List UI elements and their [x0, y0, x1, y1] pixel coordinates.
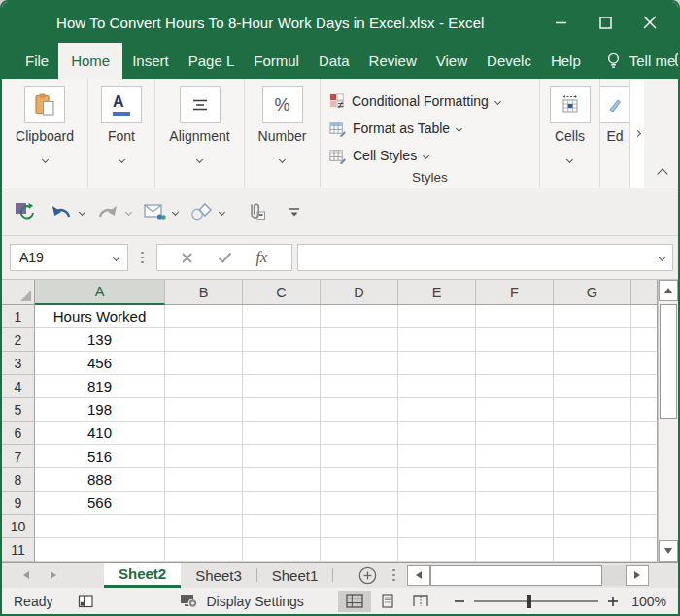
tab-page-layout[interactable]: Page L — [179, 43, 245, 79]
close-button[interactable] — [628, 3, 672, 42]
sheet-tab-sheet1[interactable]: Sheet1 — [257, 563, 333, 588]
column-header-g[interactable]: G — [554, 280, 631, 305]
column-header-f[interactable]: F — [476, 280, 554, 305]
row-header-6[interactable]: 6 — [2, 422, 35, 445]
scroll-right-button[interactable] — [626, 565, 649, 586]
cell-c9[interactable] — [243, 492, 321, 515]
cell-d2[interactable] — [321, 328, 398, 352]
cancel-button[interactable] — [181, 252, 193, 264]
column-header-a[interactable]: A — [35, 280, 165, 305]
cell-g5[interactable] — [554, 398, 631, 422]
insert-function-button[interactable]: fx — [256, 249, 268, 266]
cell-c4[interactable] — [243, 375, 321, 398]
email-button[interactable] — [142, 199, 167, 224]
cell-c8[interactable] — [243, 468, 321, 492]
row-header-1[interactable]: 1 — [2, 305, 35, 328]
cell-d7[interactable] — [321, 445, 398, 468]
redo-button[interactable] — [95, 199, 120, 224]
row-header-7[interactable]: 7 — [2, 445, 35, 468]
zoom-out-button[interactable] — [449, 591, 470, 612]
display-settings-button[interactable]: Display Settings — [180, 593, 303, 609]
cell-a8[interactable]: 888 — [35, 468, 165, 492]
cell-a11[interactable] — [35, 538, 165, 562]
tab-help[interactable]: Help — [541, 43, 591, 79]
formula-bar-resize-handle[interactable] — [141, 252, 144, 264]
undo-dropdown[interactable] — [74, 210, 89, 215]
cell-d4[interactable] — [321, 375, 398, 398]
tab-bar-resize-handle[interactable] — [392, 569, 395, 582]
cell-c7[interactable] — [243, 445, 321, 468]
row-header-8[interactable]: 8 — [2, 468, 35, 492]
cell-c3[interactable] — [243, 352, 321, 375]
cell-g3[interactable] — [554, 352, 631, 375]
cell-f10[interactable] — [476, 515, 554, 538]
cell-c2[interactable] — [243, 328, 321, 352]
zoom-slider[interactable] — [474, 595, 598, 608]
cell-f6[interactable] — [476, 422, 554, 445]
row-header-11[interactable]: 11 — [2, 538, 35, 562]
row-header-4[interactable]: 4 — [2, 375, 35, 398]
tab-developer[interactable]: Develc — [477, 43, 541, 79]
cell-b7[interactable] — [165, 445, 243, 468]
formula-input[interactable] — [297, 244, 674, 271]
shapes-dropdown[interactable] — [214, 210, 229, 215]
tab-view[interactable]: View — [426, 43, 477, 79]
cell-h6-partial[interactable] — [631, 422, 658, 445]
column-header-c[interactable]: C — [243, 280, 321, 305]
zoom-level[interactable]: 100% — [624, 594, 666, 609]
zoom-in-button[interactable] — [602, 591, 624, 612]
cell-c1[interactable] — [243, 305, 321, 328]
cell-b1[interactable] — [165, 305, 243, 328]
page-break-view-button[interactable] — [404, 591, 437, 612]
zoom-slider-track[interactable] — [474, 600, 598, 602]
cell-d11[interactable] — [321, 538, 398, 562]
cell-a7[interactable]: 516 — [35, 445, 165, 468]
sheet-tab-sheet3[interactable]: Sheet3 — [181, 563, 256, 588]
cell-f4[interactable] — [476, 375, 554, 398]
column-header-partial[interactable] — [631, 280, 658, 305]
vertical-scroll-thumb[interactable] — [660, 304, 677, 419]
cell-b3[interactable] — [165, 352, 243, 375]
cell-a4[interactable]: 819 — [35, 375, 165, 398]
zoom-slider-thumb[interactable] — [527, 595, 531, 608]
tab-review[interactable]: Review — [359, 43, 426, 79]
alignment-group-button[interactable] — [180, 86, 221, 123]
comments-button[interactable] — [675, 43, 680, 79]
cell-e2[interactable] — [398, 328, 476, 352]
cell-g7[interactable] — [554, 445, 631, 468]
cell-b9[interactable] — [165, 492, 243, 515]
shapes-button[interactable] — [188, 199, 214, 224]
customize-toolbar-button[interactable] — [282, 199, 307, 224]
cell-g9[interactable] — [554, 492, 631, 515]
cell-e11[interactable] — [398, 538, 476, 562]
cell-b6[interactable] — [165, 422, 243, 445]
cells-group-expand[interactable] — [567, 149, 572, 166]
cell-f8[interactable] — [476, 468, 554, 492]
row-header-10[interactable]: 10 — [2, 515, 35, 538]
macro-record-button[interactable] — [78, 594, 94, 609]
cell-b10[interactable] — [165, 515, 243, 538]
select-all-button[interactable] — [2, 280, 35, 305]
horizontal-scroll-thumb[interactable] — [430, 565, 602, 586]
horizontal-scrollbar[interactable] — [407, 565, 649, 586]
ribbon-scroll-right-button[interactable] — [629, 79, 644, 188]
cell-a5[interactable]: 198 — [35, 398, 165, 422]
clipboard-group-button[interactable] — [24, 86, 65, 123]
cell-d1[interactable] — [321, 305, 398, 328]
cell-c5[interactable] — [243, 398, 321, 422]
cell-c6[interactable] — [243, 422, 321, 445]
cell-h11-partial[interactable] — [631, 538, 658, 562]
cell-h7-partial[interactable] — [631, 445, 658, 468]
cell-h10-partial[interactable] — [631, 515, 658, 538]
minimize-button[interactable] — [538, 3, 583, 42]
undo-button[interactable] — [49, 199, 74, 224]
cell-e5[interactable] — [398, 398, 476, 422]
page-layout-view-button[interactable] — [371, 591, 404, 612]
cell-a9[interactable]: 566 — [35, 492, 165, 515]
cell-b11[interactable] — [165, 538, 243, 562]
new-sheet-button[interactable] — [358, 566, 377, 585]
cell-g8[interactable] — [554, 468, 631, 492]
cell-e3[interactable] — [398, 352, 476, 375]
cell-f3[interactable] — [476, 352, 554, 375]
row-header-3[interactable]: 3 — [2, 352, 35, 375]
